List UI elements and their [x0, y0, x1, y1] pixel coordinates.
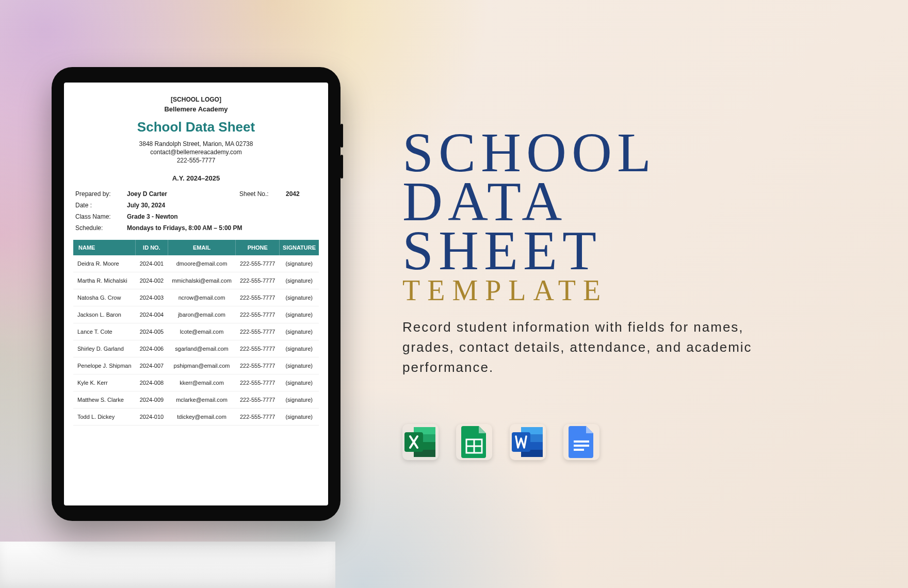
cell-phone: 222-555-7777 — [236, 323, 280, 340]
svg-rect-15 — [574, 449, 584, 451]
cell-email: mclarke@email.com — [168, 391, 236, 409]
promo-line-1: SCHOOL — [402, 128, 877, 177]
schedule-label: Schedule: — [75, 224, 127, 232]
promo-line-3: SHEET — [402, 226, 877, 275]
promo-line-2: DATA — [402, 177, 877, 226]
school-logo-placeholder: [SCHOOL LOGO] — [73, 96, 319, 103]
cell-sig: (signature) — [279, 340, 319, 357]
cell-phone: 222-555-7777 — [236, 357, 280, 374]
prepared-by-label: Prepared by: — [75, 190, 127, 198]
table-row: Todd L. Dickey2024-010tdickey@email.com2… — [73, 409, 319, 426]
cell-email: ncrow@email.com — [168, 289, 236, 306]
cell-phone: 222-555-7777 — [236, 391, 280, 409]
document-meta: Prepared by: Joey D Carter Sheet No.: 20… — [73, 190, 319, 232]
promo-title: SCHOOL DATA SHEET TEMPLATE — [402, 128, 877, 303]
cell-phone: 222-555-7777 — [236, 289, 280, 306]
cell-id: 2024-004 — [136, 306, 168, 323]
cell-name: Lance T. Cote — [73, 323, 136, 340]
cell-name: Deidra R. Moore — [73, 255, 136, 272]
document-header: [SCHOOL LOGO] Bellemere Academy School D… — [73, 96, 319, 182]
cell-sig: (signature) — [279, 391, 319, 409]
cell-email: dmoore@email.com — [168, 255, 236, 272]
cell-phone: 222-555-7777 — [236, 374, 280, 391]
cell-id: 2024-006 — [136, 340, 168, 357]
cell-name: Martha R. Michalski — [73, 272, 136, 289]
word-icon[interactable] — [510, 424, 546, 460]
students-tbody: Deidra R. Moore2024-001dmoore@email.com2… — [73, 255, 319, 426]
cell-sig: (signature) — [279, 409, 319, 426]
cell-email: jbaron@email.com — [168, 306, 236, 323]
svg-rect-12 — [512, 432, 530, 452]
cell-phone: 222-555-7777 — [236, 340, 280, 357]
cell-phone: 222-555-7777 — [236, 272, 280, 289]
class-value: Grade 3 - Newton — [127, 213, 317, 220]
school-name: Bellemere Academy — [73, 105, 319, 113]
school-phone: 222-555-7777 — [73, 157, 319, 164]
cell-id: 2024-008 — [136, 374, 168, 391]
svg-rect-14 — [574, 445, 589, 447]
cell-sig: (signature) — [279, 272, 319, 289]
cell-name: Jackson L. Baron — [73, 306, 136, 323]
tablet-frame: [SCHOOL LOGO] Bellemere Academy School D… — [52, 67, 340, 521]
col-name: NAME — [73, 240, 136, 255]
cell-email: pshipman@email.com — [168, 357, 236, 374]
tablet-preview-zone: [SCHOOL LOGO] Bellemere Academy School D… — [0, 67, 392, 521]
cell-email: kkerr@email.com — [168, 374, 236, 391]
table-row: Jackson L. Baron2024-004jbaron@email.com… — [73, 306, 319, 323]
cell-name: Natosha G. Crow — [73, 289, 136, 306]
sheet-no-value: 2042 — [286, 190, 317, 198]
cell-email: sgarland@email.com — [168, 340, 236, 357]
cell-name: Matthew S. Clarke — [73, 391, 136, 409]
cell-name: Shirley D. Garland — [73, 340, 136, 357]
app-icons-row — [402, 424, 877, 460]
cell-id: 2024-002 — [136, 272, 168, 289]
page-layout: [SCHOOL LOGO] Bellemere Academy School D… — [0, 0, 908, 588]
col-sig: SIGNATURE — [279, 240, 319, 255]
sheets-icon[interactable] — [456, 424, 492, 460]
table-row: Martha R. Michalski2024-002mmichalski@em… — [73, 272, 319, 289]
cell-sig: (signature) — [279, 357, 319, 374]
cell-id: 2024-003 — [136, 289, 168, 306]
cell-sig: (signature) — [279, 306, 319, 323]
svg-rect-13 — [574, 440, 589, 443]
col-email: EMAIL — [168, 240, 236, 255]
document-preview: [SCHOOL LOGO] Bellemere Academy School D… — [64, 83, 328, 505]
promo-description: Record student information with fields f… — [402, 317, 794, 378]
cell-sig: (signature) — [279, 289, 319, 306]
cell-email: lcote@email.com — [168, 323, 236, 340]
col-phone: PHONE — [236, 240, 280, 255]
cell-name: Todd L. Dickey — [73, 409, 136, 426]
cell-name: Kyle K. Kerr — [73, 374, 136, 391]
table-row: Matthew S. Clarke2024-009mclarke@email.c… — [73, 391, 319, 409]
table-row: Penelope J. Shipman2024-007pshipman@emai… — [73, 357, 319, 374]
cell-sig: (signature) — [279, 374, 319, 391]
cell-email: mmichalski@email.com — [168, 272, 236, 289]
school-address: 3848 Randolph Street, Marion, MA 02738 — [73, 140, 319, 148]
cell-email: tdickey@email.com — [168, 409, 236, 426]
promo-line-4: TEMPLATE — [402, 278, 877, 303]
table-row: Deidra R. Moore2024-001dmoore@email.com2… — [73, 255, 319, 272]
table-row: Natosha G. Crow2024-003ncrow@email.com22… — [73, 289, 319, 306]
date-label: Date : — [75, 202, 127, 209]
prepared-by-value: Joey D Carter — [127, 190, 239, 198]
date-value: July 30, 2024 — [127, 202, 317, 209]
cell-name: Penelope J. Shipman — [73, 357, 136, 374]
cell-sig: (signature) — [279, 255, 319, 272]
class-label: Class Name: — [75, 213, 127, 220]
shelf-decor — [0, 542, 335, 588]
col-id: ID NO. — [136, 240, 168, 255]
cell-id: 2024-007 — [136, 357, 168, 374]
excel-icon[interactable] — [402, 424, 439, 460]
cell-id: 2024-005 — [136, 323, 168, 340]
schedule-value: Mondays to Fridays, 8:00 AM – 5:00 PM — [127, 224, 317, 232]
docs-icon[interactable] — [563, 424, 599, 460]
table-row: Shirley D. Garland2024-006sgarland@email… — [73, 340, 319, 357]
table-row: Kyle K. Kerr2024-008kkerr@email.com222-5… — [73, 374, 319, 391]
cell-id: 2024-001 — [136, 255, 168, 272]
cell-id: 2024-009 — [136, 391, 168, 409]
cell-phone: 222-555-7777 — [236, 255, 280, 272]
cell-phone: 222-555-7777 — [236, 306, 280, 323]
school-email: contact@bellemereacademy.com — [73, 149, 319, 156]
sheet-no-label: Sheet No.: — [239, 190, 286, 198]
cell-phone: 222-555-7777 — [236, 409, 280, 426]
